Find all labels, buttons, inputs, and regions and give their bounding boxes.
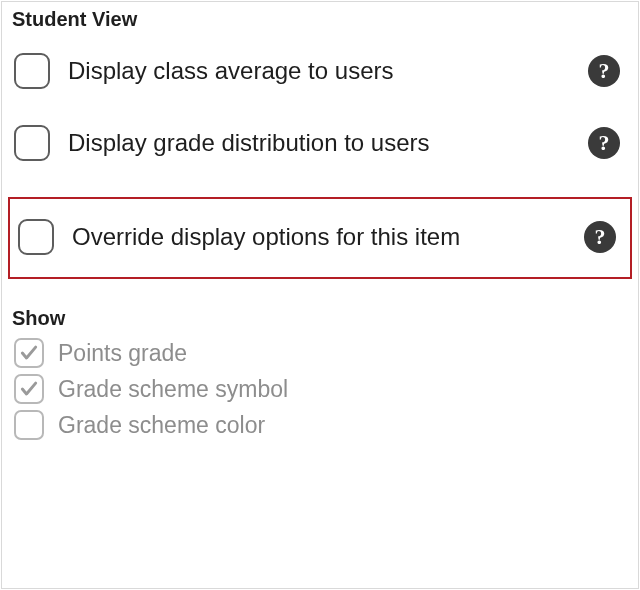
- option-row-grade-scheme-color: Grade scheme color: [14, 410, 638, 440]
- checkbox-grade-scheme-symbol: [14, 374, 44, 404]
- option-label: Grade scheme symbol: [58, 376, 638, 403]
- option-row-override: Override display options for this item ?: [10, 199, 630, 277]
- option-label: Grade scheme color: [58, 412, 638, 439]
- show-section: Show Points grade Grade scheme symbol Gr…: [2, 297, 638, 440]
- student-view-heading: Student View: [2, 2, 638, 35]
- option-label: Override display options for this item: [72, 223, 566, 251]
- help-icon[interactable]: ?: [588, 127, 620, 159]
- show-options-list: Points grade Grade scheme symbol Grade s…: [2, 334, 638, 440]
- option-label: Display grade distribution to users: [68, 129, 570, 157]
- checkbox-override-display-options[interactable]: [18, 219, 54, 255]
- option-label: Points grade: [58, 340, 638, 367]
- checkbox-class-average[interactable]: [14, 53, 50, 89]
- option-row-grade-scheme-symbol: Grade scheme symbol: [14, 374, 638, 404]
- checkbox-grade-distribution[interactable]: [14, 125, 50, 161]
- show-heading: Show: [2, 299, 638, 334]
- option-row-grade-distribution: Display grade distribution to users ?: [2, 107, 638, 179]
- option-row-points-grade: Points grade: [14, 338, 638, 368]
- override-highlight-box: Override display options for this item ?: [8, 197, 632, 279]
- checkbox-points-grade: [14, 338, 44, 368]
- checkbox-grade-scheme-color: [14, 410, 44, 440]
- option-row-class-average: Display class average to users ?: [2, 35, 638, 107]
- help-icon[interactable]: ?: [588, 55, 620, 87]
- settings-panel: Student View Display class average to us…: [1, 1, 639, 589]
- help-icon[interactable]: ?: [584, 221, 616, 253]
- option-label: Display class average to users: [68, 57, 570, 85]
